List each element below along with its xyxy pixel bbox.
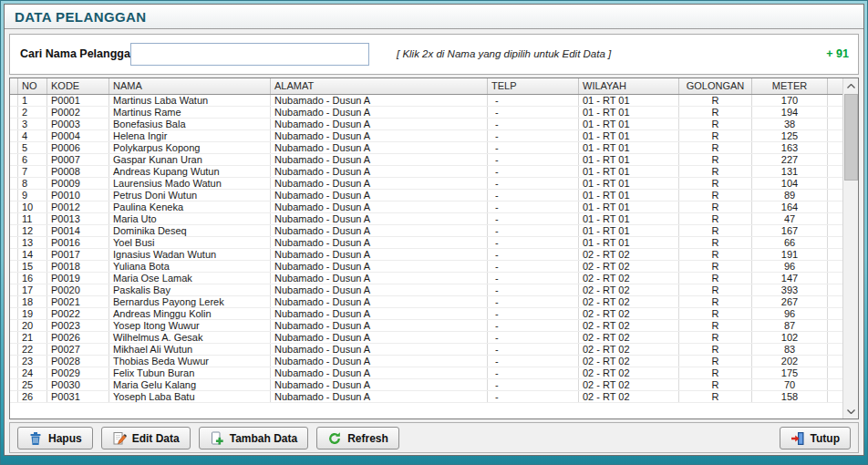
scroll-up-button[interactable] bbox=[843, 78, 859, 93]
button-label: Edit Data bbox=[132, 432, 180, 445]
table-row[interactable]: 11P0013Maria UtoNubamado - Dusun A-01 - … bbox=[10, 212, 842, 224]
table-row[interactable]: 13P0016Yoel BusiNubamado - Dusun A-01 - … bbox=[10, 236, 842, 248]
cell-no: 10 bbox=[18, 201, 47, 212]
edit-data-button[interactable]: Edit Data bbox=[101, 427, 191, 450]
cell-blank bbox=[828, 390, 843, 402]
search-input[interactable] bbox=[130, 43, 369, 66]
table-row[interactable]: 4P0004Helena IngirNubamado - Dusun A-01 … bbox=[10, 129, 842, 141]
cell-kode: P0012 bbox=[47, 201, 109, 212]
cell-nama: Bernardus Payong Lerek bbox=[109, 295, 271, 307]
title-bar: DATA PELANGGAN bbox=[5, 5, 863, 29]
column-header-nama[interactable]: NAMA bbox=[109, 78, 271, 94]
column-header-no[interactable]: NO bbox=[18, 78, 47, 94]
cell-no: 5 bbox=[18, 141, 47, 153]
cell-no: 9 bbox=[18, 189, 47, 201]
cell-wilayah: 02 - RT 02 bbox=[579, 295, 679, 307]
cell-telp: - bbox=[488, 295, 579, 307]
table-row[interactable]: 5P0006Polykarpus KopongNubamado - Dusun … bbox=[10, 141, 842, 153]
column-header-golongan[interactable]: GOLONGAN bbox=[679, 78, 752, 94]
cell-blank bbox=[10, 177, 18, 189]
cell-blank bbox=[828, 284, 843, 295]
cell-telp: - bbox=[488, 118, 579, 129]
cell-wilayah: 01 - RT 01 bbox=[579, 153, 679, 165]
cell-blank bbox=[828, 343, 843, 355]
cell-blank bbox=[828, 272, 843, 284]
cell-no: 25 bbox=[18, 378, 47, 390]
table-row[interactable]: 21P0026Wilhelmus A. GesakNubamado - Dusu… bbox=[10, 331, 842, 343]
table-row[interactable]: 22P0027Mikhael Ali WutunNubamado - Dusun… bbox=[10, 343, 842, 355]
cell-blank bbox=[828, 212, 843, 224]
cell-golongan: R bbox=[679, 141, 752, 153]
cell-nama: Martinus Laba Watun bbox=[109, 94, 271, 106]
cell-nama: Maria Ose Lamak bbox=[109, 272, 271, 284]
hapus-button[interactable]: Hapus bbox=[17, 427, 93, 450]
table-row[interactable]: 6P0007Gaspar Kunan UranNubamado - Dusun … bbox=[10, 153, 842, 165]
column-header-meter[interactable]: METER bbox=[752, 78, 828, 94]
cell-alamat: Nubamado - Dusun A bbox=[271, 141, 488, 153]
column-header-telp[interactable]: TELP bbox=[488, 78, 579, 94]
table-row[interactable]: 7P0008Andreas Kupang WutunNubamado - Dus… bbox=[10, 165, 842, 177]
edit-hint-text: [ Klik 2x di Nama yang dipilih untuk Edi… bbox=[397, 48, 611, 59]
scroll-down-button[interactable] bbox=[843, 404, 859, 418]
table-row[interactable]: 12P0014Dominika DeseqNubamado - Dusun A-… bbox=[10, 224, 842, 236]
table-row[interactable]: 3P0003Bonefasius BalaNubamado - Dusun A-… bbox=[10, 118, 842, 129]
table-row[interactable]: 23P0028Thobias Beda WuwurNubamado - Dusu… bbox=[10, 355, 842, 367]
cell-alamat: Nubamado - Dusun A bbox=[271, 236, 488, 248]
vertical-scrollbar[interactable] bbox=[842, 78, 858, 418]
cell-nama: Paskalis Bay bbox=[109, 284, 271, 295]
table-row[interactable]: 8P0009Laurensius Mado WatunNubamado - Du… bbox=[10, 177, 842, 189]
cell-wilayah: 02 - RT 02 bbox=[579, 378, 679, 390]
cell-alamat: Nubamado - Dusun A bbox=[271, 248, 488, 260]
cell-meter: 70 bbox=[752, 378, 828, 390]
cell-golongan: R bbox=[679, 367, 752, 378]
table-row[interactable]: 26P0031Yoseph Laba BatuNubamado - Dusun … bbox=[10, 390, 842, 402]
table-row[interactable]: 2P0002Martinus RameNubamado - Dusun A-01… bbox=[10, 106, 842, 118]
chevron-down-icon bbox=[847, 409, 855, 414]
cell-blank bbox=[10, 248, 18, 260]
add-doc-icon bbox=[210, 431, 224, 446]
cell-telp: - bbox=[488, 106, 579, 118]
table-row[interactable]: 24P0029Felix Tubun BuranNubamado - Dusun… bbox=[10, 367, 842, 378]
table-row[interactable]: 1P0001Martinus Laba WatunNubamado - Dusu… bbox=[10, 94, 842, 106]
table-row[interactable]: 9P0010Petrus Doni WutunNubamado - Dusun … bbox=[10, 189, 842, 201]
cell-meter: 194 bbox=[752, 106, 828, 118]
cell-alamat: Nubamado - Dusun A bbox=[271, 319, 488, 331]
table-row[interactable]: 18P0021Bernardus Payong LerekNubamado - … bbox=[10, 295, 842, 307]
cell-golongan: R bbox=[679, 153, 752, 165]
cell-wilayah: 02 - RT 02 bbox=[579, 307, 679, 319]
cell-golongan: R bbox=[679, 284, 752, 295]
cell-meter: 202 bbox=[752, 355, 828, 367]
table-row[interactable]: 16P0019Maria Ose LamakNubamado - Dusun A… bbox=[10, 272, 842, 284]
column-header-wilayah[interactable]: WILAYAH bbox=[579, 78, 679, 94]
table-row[interactable]: 17P0020Paskalis BayNubamado - Dusun A-02… bbox=[10, 284, 842, 295]
table-row[interactable]: 20P0023Yosep Itong WuwurNubamado - Dusun… bbox=[10, 319, 842, 331]
column-header-kode[interactable]: KODE bbox=[47, 78, 109, 94]
table-row[interactable]: 14P0017Ignasius Wadan WutunNubamado - Du… bbox=[10, 248, 842, 260]
tambah-data-button[interactable]: Tambah Data bbox=[199, 427, 308, 450]
cell-blank bbox=[10, 260, 18, 272]
cell-telp: - bbox=[488, 307, 579, 319]
cell-wilayah: 02 - RT 02 bbox=[579, 284, 679, 295]
cell-nama: Andreas Minggu Kolin bbox=[109, 307, 271, 319]
cell-golongan: R bbox=[679, 260, 752, 272]
cell-alamat: Nubamado - Dusun A bbox=[271, 331, 488, 343]
cell-blank bbox=[10, 319, 18, 331]
table-row[interactable]: 10P0012Paulina KenekaNubamado - Dusun A-… bbox=[10, 201, 842, 212]
column-header-alamat[interactable]: ALAMAT bbox=[271, 78, 488, 94]
table-row[interactable]: 15P0018Yuliana BotaNubamado - Dusun A-02… bbox=[10, 260, 842, 272]
tutup-button[interactable]: Tutup bbox=[780, 427, 851, 450]
table-header-row: NOKODENAMAALAMATTELPWILAYAHGOLONGANMETER bbox=[10, 78, 842, 94]
table-row[interactable]: 19P0022Andreas Minggu KolinNubamado - Du… bbox=[10, 307, 842, 319]
cell-golongan: R bbox=[679, 295, 752, 307]
cell-alamat: Nubamado - Dusun A bbox=[271, 153, 488, 165]
cell-nama: Andreas Kupang Wutun bbox=[109, 165, 271, 177]
refresh-button[interactable]: Refresh bbox=[316, 427, 399, 450]
scrollbar-thumb[interactable] bbox=[844, 94, 858, 181]
cell-blank bbox=[828, 248, 843, 260]
cell-golongan: R bbox=[679, 331, 752, 343]
cell-meter: 47 bbox=[752, 212, 828, 224]
cell-wilayah: 01 - RT 01 bbox=[579, 106, 679, 118]
table-row[interactable]: 25P0030Maria Gelu KalangNubamado - Dusun… bbox=[10, 378, 842, 390]
cell-wilayah: 02 - RT 02 bbox=[579, 367, 679, 378]
cell-kode: P0001 bbox=[47, 94, 109, 106]
